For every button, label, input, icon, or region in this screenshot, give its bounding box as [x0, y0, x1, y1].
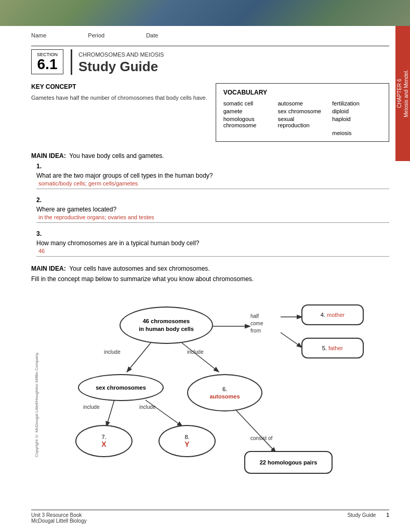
q3-number: 3. [36, 230, 389, 237]
main-idea-2: MAIN IDEA: Your cells have autosomes and… [31, 265, 389, 488]
svg-line-1 [182, 343, 218, 371]
main-content: Name Period Date SECTION 6.1 CHROMOSOMES… [0, 26, 410, 507]
chapter-sidebar: CHAPTER 6 Meiosis and Mendel. [395, 26, 410, 161]
footer-left: Unit 3 Resource Book McDougal Littell Bi… [31, 512, 87, 524]
q3-answer: 46 [38, 248, 389, 254]
consist-of-label: consist of [250, 435, 272, 441]
footer-study-guide: Study Guide [347, 512, 376, 524]
key-concept-area: KEY CONCEPT Gametes have half the number… [31, 83, 389, 142]
vocab-term: haploid [332, 116, 381, 128]
vocab-term: sex chromosome [277, 108, 327, 114]
vocab-term: gamete [223, 108, 273, 114]
svg-line-4 [281, 332, 301, 347]
svg-line-5 [107, 400, 114, 426]
autosomes-number: 6. [222, 386, 227, 392]
q2-number: 2. [36, 196, 389, 204]
concept-map-intro: Fill in the concept map below to summari… [31, 275, 389, 283]
footer-page-number: 1 [386, 512, 389, 524]
name-label: Name [31, 32, 46, 38]
key-concept-text: Gametes have half the number of chromoso… [31, 94, 207, 102]
main-idea-1: MAIN IDEA: You have body cells and gamet… [31, 152, 389, 257]
period-label: Period [88, 32, 104, 38]
q3-answer-line [36, 256, 389, 257]
key-concept-label: KEY CONCEPT [31, 83, 207, 90]
question-2: 2. Where are gametes located? in the rep… [36, 196, 389, 223]
homologous-label: 22 homologous pairs [260, 459, 318, 466]
vocab-term: somatic cell [223, 100, 273, 107]
svg-line-7 [234, 408, 275, 452]
homologous-node: 22 homologous pairs [244, 451, 333, 474]
svg-line-0 [127, 343, 151, 371]
main-idea-2-label: MAIN IDEA: Your cells have autosomes and… [31, 265, 389, 272]
q1-number: 1. [36, 163, 389, 170]
mother-node: 4. mother [301, 304, 364, 325]
question-1: 1. What are the two major groups of cell… [36, 163, 389, 189]
half-come-from-label: halfcomefrom [250, 313, 263, 335]
vocabulary-box: VOCABULARY somatic cell autosome fertili… [216, 83, 389, 142]
footer-right: Study Guide 1 [347, 512, 389, 524]
autosomes-node: 6. autosomes [187, 374, 262, 411]
key-concept-box: KEY CONCEPT Gametes have half the number… [31, 83, 207, 142]
q1-answer-line [36, 189, 389, 189]
copyright-text: Copyright © McDougal Littell/Houghton Mi… [34, 322, 39, 457]
x-node: 7. X [75, 425, 133, 457]
concept-map-wrapper: Copyright © McDougal Littell/Houghton Mi… [31, 291, 389, 488]
vocab-term: diploid [332, 108, 381, 114]
section-number: 6.1 [37, 56, 58, 72]
concept-map: 46 chromosomesin human body cells includ… [47, 291, 379, 488]
q2-answer: in the reproductive organs; ovaries and … [38, 214, 389, 220]
date-label: Date [146, 32, 158, 38]
sex-chromosomes-node: sex chromosomes [78, 374, 164, 401]
vocabulary-title: VOCABULARY [223, 89, 381, 96]
section-box: SECTION 6.1 [31, 49, 63, 74]
main-idea-1-label: MAIN IDEA: You have body cells and gamet… [31, 152, 389, 159]
q1-answer: somatic/body cells; germ cells/gametes [38, 180, 389, 187]
q2-text: Where are gametes located? [36, 206, 389, 213]
top-banner [0, 0, 410, 26]
question-3: 3. How many chromosomes are in a typical… [36, 230, 389, 257]
q2-answer-line [36, 222, 389, 223]
q3-text: How many chromosomes are in a typical hu… [36, 240, 389, 247]
vocab-term: homologous chromosome [223, 116, 273, 128]
vocabulary-grid: somatic cell autosome fertilization game… [223, 100, 381, 136]
footer: Unit 3 Resource Book McDougal Littell Bi… [31, 510, 389, 524]
vocab-term [277, 130, 327, 136]
header-row: Name Period Date [31, 32, 389, 38]
father-label: father [328, 345, 343, 351]
y-node: 8. Y [158, 425, 216, 457]
section-main-title: Study Guide [78, 59, 164, 75]
vocab-term: meiosis [332, 130, 381, 136]
vocab-term: sexual reproduction [277, 116, 327, 128]
center-node: 46 chromosomesin human body cells [120, 307, 213, 344]
include-sex-left-label: include [83, 404, 100, 410]
autosomes-text: autosomes [209, 393, 240, 400]
include-sex-right-label: include [139, 404, 156, 410]
q1-text: What are the two major groups of cell ty… [36, 172, 389, 179]
vocab-term [223, 130, 273, 136]
include-left-label: include [104, 349, 121, 355]
include-right-label: include [187, 349, 204, 355]
section-title-block: CHROMOSOMES AND MEIOSIS Study Guide [71, 49, 164, 75]
vocab-term: fertilization [332, 100, 381, 107]
section-header: SECTION 6.1 CHROMOSOMES AND MEIOSIS Stud… [31, 46, 389, 75]
father-node: 5. father [301, 338, 364, 358]
section-subtitle: CHROMOSOMES AND MEIOSIS [78, 51, 164, 58]
mother-label: mother [327, 312, 345, 318]
vocab-term: autosome [277, 100, 327, 107]
sidebar-text: CHAPTER 6 Meiosis and Mendel. [396, 70, 409, 117]
